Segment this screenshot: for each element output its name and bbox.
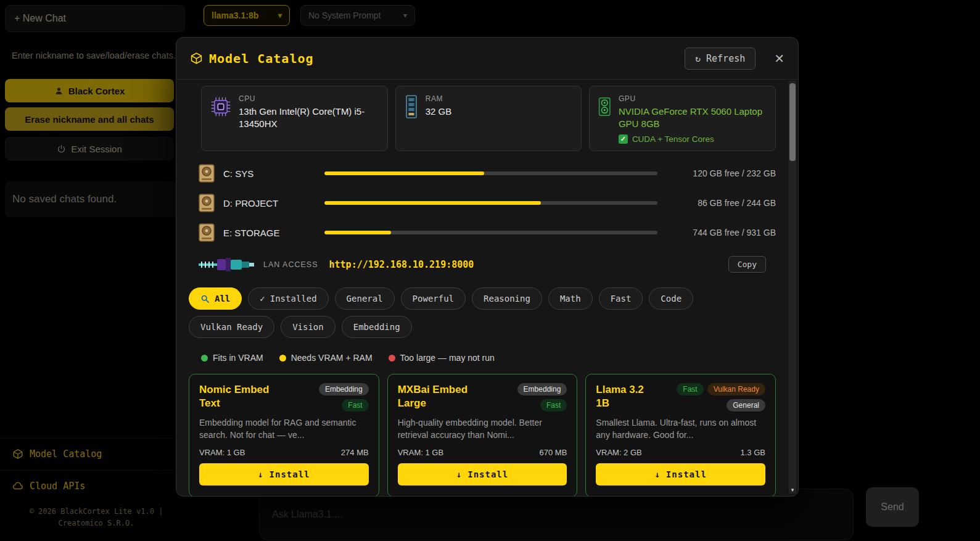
model-size: 1.3 GB — [741, 448, 765, 457]
gpu-icon — [598, 94, 611, 119]
disk-free-space: 120 GB free / 232 GB — [666, 168, 776, 178]
filter-chips: All ✓ Installed General Powerful Reasoni… — [189, 287, 776, 338]
disk-name: D: PROJECT — [223, 198, 316, 209]
cpu-card: CPU 13th Gen Intel(R) Core(TM) i5-13450H… — [201, 86, 388, 151]
install-label: Install — [270, 469, 310, 479]
vram-legend: Fits in VRAM Needs VRAM + RAM Too large … — [201, 353, 776, 363]
model-card-header: Nomic Embed Text Embedding Fast — [199, 383, 369, 411]
lan-access-row: LAN ACCESS http://192.168.10.219:8000 Co… — [197, 256, 776, 273]
badge-general: General — [727, 399, 765, 411]
filter-chip-all[interactable]: All — [189, 287, 242, 310]
refresh-icon: ↻ — [695, 53, 701, 64]
refresh-button[interactable]: ↻ Refresh — [685, 47, 756, 70]
install-label: Install — [467, 469, 508, 479]
disk-usage-fill — [324, 171, 484, 175]
gpu-value: NVIDIA GeForce RTX 5060 Laptop GPU 8GB — [619, 105, 767, 131]
modal-title: Model Catalog — [209, 51, 314, 66]
filter-chip-installed[interactable]: ✓ Installed — [248, 287, 328, 310]
scrollbar-thumb[interactable] — [789, 83, 796, 161]
filter-chip-reasoning[interactable]: Reasoning — [472, 287, 542, 310]
filter-chip-label: Code — [661, 294, 681, 304]
filter-chip-code[interactable]: Code — [649, 287, 693, 310]
download-icon: ↓ — [456, 469, 462, 479]
lan-access-label: LAN ACCESS — [263, 260, 318, 269]
filter-chip-vision[interactable]: Vision — [281, 316, 336, 338]
download-icon: ↓ — [258, 469, 263, 479]
install-button[interactable]: ↓ Install — [596, 463, 765, 485]
hardware-summary: CPU 13th Gen Intel(R) Core(TM) i5-13450H… — [201, 86, 776, 151]
filter-chip-label: General — [347, 294, 383, 304]
disk-usage-bar — [324, 201, 657, 205]
hard-drive-icon — [199, 164, 215, 183]
badge-fast: Fast — [342, 399, 368, 411]
model-badges: Embedding Fast — [495, 383, 567, 411]
model-description: Embedding model for RAG and semantic sea… — [199, 416, 369, 442]
model-card-header: Llama 3.2 1B Fast Vulkan Ready General — [596, 383, 765, 411]
filter-chip-powerful[interactable]: Powerful — [401, 287, 466, 310]
close-icon[interactable]: ✕ — [774, 51, 784, 66]
filter-chip-general[interactable]: General — [335, 287, 395, 310]
disk-usage-fill — [324, 231, 391, 234]
filter-chip-vulkan-ready[interactable]: Vulkan Ready — [189, 316, 274, 338]
ram-value: 32 GB — [426, 105, 452, 118]
refresh-label: Refresh — [706, 53, 745, 64]
model-name: MXBai Embed Large — [398, 383, 490, 411]
filter-chip-label: Vision — [292, 322, 324, 332]
modal-scrollbar[interactable]: ▾ — [789, 81, 796, 494]
disk-usage-fill — [324, 201, 541, 205]
model-card-mxbai-embed-large: MXBai Embed Large Embedding Fast High-qu… — [387, 374, 578, 496]
disk-name: E: STORAGE — [223, 228, 316, 238]
scroll-down-arrow-icon[interactable]: ▾ — [789, 487, 796, 493]
lan-access-url: http://192.168.10.219:8000 — [329, 259, 474, 270]
model-card-header: MXBai Embed Large Embedding Fast — [398, 383, 567, 411]
disk-usage-list: C: SYS 120 GB free / 232 GB D: PROJECT 8… — [189, 160, 776, 246]
install-button[interactable]: ↓ Install — [199, 463, 369, 485]
filter-chip-math[interactable]: Math — [548, 287, 593, 310]
filter-chip-label: Installed — [270, 294, 317, 304]
green-dot-icon — [201, 355, 208, 361]
model-meta: VRAM: 1 GB 670 MB — [398, 448, 567, 457]
filter-chip-label: Vulkan Ready — [200, 322, 263, 332]
ram-label: RAM — [426, 94, 452, 103]
red-dot-icon — [389, 355, 395, 361]
legend-item: Needs VRAM + RAM — [279, 353, 373, 363]
ram-icon — [405, 94, 418, 119]
filter-chip-label: Fast — [611, 294, 632, 304]
install-button[interactable]: ↓ Install — [398, 463, 567, 485]
disk-free-space: 744 GB free / 931 GB — [666, 228, 776, 237]
filter-chip-label: Embedding — [353, 322, 400, 332]
legend-item: Fits in VRAM — [201, 353, 263, 363]
model-card-nomic-embed-text: Nomic Embed Text Embedding Fast Embeddin… — [189, 374, 379, 496]
model-size: 670 MB — [540, 448, 567, 457]
check-icon: ✓ — [620, 135, 626, 143]
disk-usage-bar — [324, 171, 657, 175]
model-description: High-quality embedding model. Better ret… — [398, 416, 567, 442]
model-catalog-modal: Model Catalog ↻ Refresh ✕ CPU 13 — [176, 37, 799, 497]
download-icon: ↓ — [654, 469, 660, 479]
gpu-label: GPU — [619, 94, 767, 103]
gpu-card: GPU NVIDIA GeForce RTX 5060 Laptop GPU 8… — [589, 86, 776, 151]
disk-row: D: PROJECT 86 GB free / 244 GB — [199, 189, 776, 217]
badge-embedding: Embedding — [319, 383, 369, 395]
disk-name: C: SYS — [223, 168, 316, 179]
model-meta: VRAM: 1 GB 274 MB — [199, 448, 369, 457]
disk-free-space: 86 GB free / 244 GB — [666, 198, 776, 208]
gpu-feature: ✓ CUDA + Tensor Cores — [619, 134, 767, 144]
legend-label: Needs VRAM + RAM — [291, 353, 373, 363]
model-badges: Embedding Fast — [293, 383, 369, 411]
model-name: Nomic Embed Text — [199, 383, 288, 411]
model-vram: VRAM: 1 GB — [398, 448, 443, 457]
modal-header: Model Catalog ↻ Refresh ✕ — [176, 38, 798, 80]
disk-row: C: SYS 120 GB free / 232 GB — [199, 160, 776, 187]
filter-chip-fast[interactable]: Fast — [599, 287, 643, 310]
model-size: 274 MB — [341, 448, 369, 457]
cpu-icon — [210, 94, 231, 119]
filter-chip-label: All — [215, 294, 230, 304]
badge-embedding: Embedding — [517, 383, 567, 395]
copy-button[interactable]: Copy — [728, 256, 766, 273]
ethernet-cable-icon — [197, 257, 256, 273]
model-card-grid: Nomic Embed Text Embedding Fast Embeddin… — [189, 374, 776, 496]
filter-chip-embedding[interactable]: Embedding — [342, 316, 412, 338]
model-description: Smallest Llama. Ultra-fast, runs on almo… — [596, 416, 765, 442]
model-card-llama-3-2-1b: Llama 3.2 1B Fast Vulkan Ready General S… — [585, 374, 776, 496]
